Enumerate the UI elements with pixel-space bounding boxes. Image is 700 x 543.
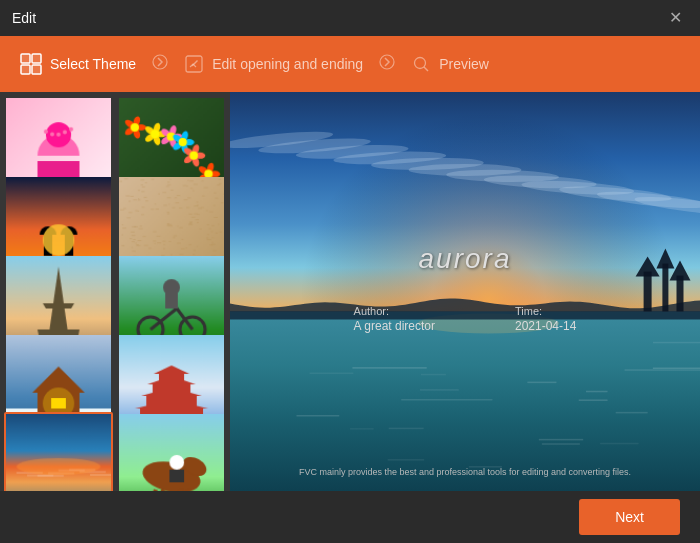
theme-icon: [20, 53, 42, 75]
window-title: Edit: [12, 10, 36, 26]
step-preview-label: Preview: [439, 56, 489, 72]
preview-title: aurora: [419, 243, 512, 275]
preview-icon: [411, 54, 431, 74]
step-edit-label: Edit opening and ending: [212, 56, 363, 72]
svg-point-7: [415, 58, 426, 69]
step-divider-2: [379, 54, 395, 75]
step-preview[interactable]: Preview: [411, 54, 489, 74]
time-col: Time: 2021-04-14: [515, 305, 576, 333]
title-bar: Edit ✕: [0, 0, 700, 36]
thumbnail-panel: [0, 92, 230, 491]
svg-rect-1: [32, 54, 41, 63]
svg-rect-3: [32, 65, 41, 74]
step-edit-opening[interactable]: Edit opening and ending: [184, 54, 363, 74]
preview-footer: FVC mainly provides the best and profess…: [230, 467, 700, 477]
svg-rect-2: [21, 65, 30, 74]
time-value: 2021-04-14: [515, 319, 576, 333]
time-label: Time:: [515, 305, 542, 317]
main-area: aurora Author: A great director Time: 20…: [0, 92, 700, 491]
author-label: Author:: [354, 305, 389, 317]
close-button[interactable]: ✕: [663, 8, 688, 28]
svg-point-6: [380, 55, 394, 69]
preview-overlay: aurora Author: A great director Time: 20…: [230, 92, 700, 491]
step-bar: Select Theme Edit opening and ending: [0, 36, 700, 92]
author-value: A great director: [354, 319, 435, 333]
bottom-bar: Next: [0, 491, 700, 543]
preview-panel: aurora Author: A great director Time: 20…: [230, 92, 700, 491]
step-select-theme-label: Select Theme: [50, 56, 136, 72]
edit-icon: [184, 54, 204, 74]
svg-rect-0: [21, 54, 30, 63]
theme-thumbnail-9[interactable]: [4, 412, 113, 491]
preview-meta: Author: A great director Time: 2021-04-1…: [354, 305, 577, 333]
step-select-theme[interactable]: Select Theme: [20, 53, 136, 75]
author-col: Author: A great director: [354, 305, 435, 333]
svg-line-8: [424, 67, 428, 71]
theme-thumbnail-10[interactable]: [117, 412, 226, 491]
step-divider-1: [152, 54, 168, 75]
next-button[interactable]: Next: [579, 499, 680, 535]
svg-point-4: [153, 55, 167, 69]
